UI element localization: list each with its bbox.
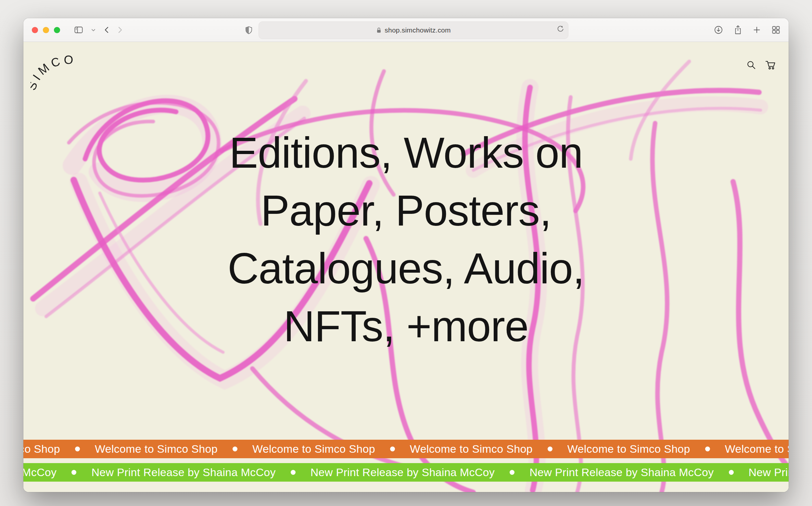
ticker-item: New Print Release by Shaina McCoy [23,466,91,479]
ticker-item: Welcome to Simco Shop [252,443,410,455]
minimize-window-button[interactable] [43,27,49,33]
ticker-text: Welcome to Simco Shop [568,443,690,455]
ticker-dot-icon [510,470,514,475]
close-window-button[interactable] [32,27,38,33]
cart-icon [765,60,776,70]
browser-window: shop.simchowitz.com [23,18,789,492]
back-arrow-icon [104,26,109,34]
lock-icon [376,27,382,33]
privacy-shield-icon [245,26,253,34]
search-icon [746,60,756,70]
reload-icon [557,25,564,32]
window-controls [32,27,60,33]
ticker-item: Welcome to Simco Shop [725,443,789,455]
tab-overview-button[interactable] [771,24,782,35]
url-text: shop.simchowitz.com [385,26,450,34]
site-header: SIMCO [23,42,789,102]
sidebar-chevron-button[interactable] [90,27,97,33]
zoom-window-button[interactable] [54,27,60,33]
ticker-text: New Print Release by Shaina McCoy [529,466,714,479]
ticker-dot-icon [291,470,296,475]
ticker-strip: Welcome to Simco ShopWelcome to Simco Sh… [23,443,789,455]
hero-line-4: NFTs, +more [23,298,789,355]
ticker-item: Welcome to Simco Shop [95,443,252,455]
ticker-item: New Print Release by Shaina McCoy [749,466,789,479]
download-icon [714,25,723,34]
tab-overview-icon [772,26,780,34]
ticker-text: Welcome to Simco Shop [252,443,375,455]
cart-button[interactable] [765,60,777,71]
hero-headline: Editions, Works on Paper, Posters, Catal… [23,124,789,355]
address-bar-group: shop.simchowitz.com [243,21,569,39]
hero-line-3: Catalogues, Audio, [23,240,789,298]
ticker-strip: New Print Release by Shaina McCoyNew Pri… [23,466,789,479]
back-button[interactable] [103,25,110,35]
ticker-item: Welcome to Simco Shop [410,443,568,455]
ticker-dot-icon [729,470,734,475]
simco-logo-mark: SIMCO [30,47,80,101]
ticker-dot-icon [72,470,76,475]
ticker-dot-icon [232,446,237,451]
ticker-item: New Print Release by Shaina McCoy [310,466,529,479]
forward-button[interactable] [116,25,124,35]
ticker-item: Welcome to Simco Shop [23,443,95,455]
browser-toolbar: shop.simchowitz.com [23,18,789,42]
ticker-text: Welcome to Simco Shop [725,443,789,455]
downloads-button[interactable] [713,24,724,36]
address-bar[interactable]: shop.simchowitz.com [259,21,569,39]
ticker-item: New Print Release by Shaina McCoy [91,466,310,479]
ticker-welcome-banner: Welcome to Simco ShopWelcome to Simco Sh… [23,440,789,458]
ticker-item: Welcome to Simco Shop [568,443,725,455]
ticker-dot-icon [390,446,395,451]
toolbar-right-group [713,18,782,41]
ticker-item: New Print Release by Shaina McCoy [529,466,748,479]
ticker-new-print-banner: New Print Release by Shaina McCoyNew Pri… [23,463,789,482]
svg-text:SIMCO: SIMCO [30,53,76,92]
simco-logo[interactable]: SIMCO [30,47,80,102]
ticker-dot-icon [75,446,80,451]
ticker-text: New Print Release by Shaina McCoy [749,466,789,479]
header-actions [746,60,777,71]
ticker-text: New Print Release by Shaina McCoy [310,466,495,479]
logo-text: SIMCO [30,53,76,92]
sidebar-icon [74,26,83,33]
privacy-shield-button[interactable] [243,25,254,36]
reload-button[interactable] [556,24,566,34]
ticker-text: New Print Release by Shaina McCoy [91,466,276,479]
ticker-text: New Print Release by Shaina McCoy [23,466,57,479]
search-button[interactable] [746,60,757,71]
ticker-text: Welcome to Simco Shop [23,443,60,455]
toolbar-nav-group [73,25,124,35]
ticker-text: Welcome to Simco Shop [95,443,218,455]
share-button[interactable] [733,24,743,36]
page-viewport: SIMCO Editions, Wo [23,42,789,492]
ticker-dot-icon [547,446,552,451]
chevron-down-icon [91,28,96,31]
hero-line-2: Paper, Posters, [23,182,789,240]
ticker-text: Welcome to Simco Shop [410,443,533,455]
share-icon [734,25,742,35]
hero-line-1: Editions, Works on [23,124,789,182]
forward-arrow-icon [118,26,123,34]
new-tab-button[interactable] [751,25,762,35]
plus-icon [753,26,761,34]
ticker-dot-icon [705,446,710,451]
sidebar-toggle-button[interactable] [73,25,84,35]
